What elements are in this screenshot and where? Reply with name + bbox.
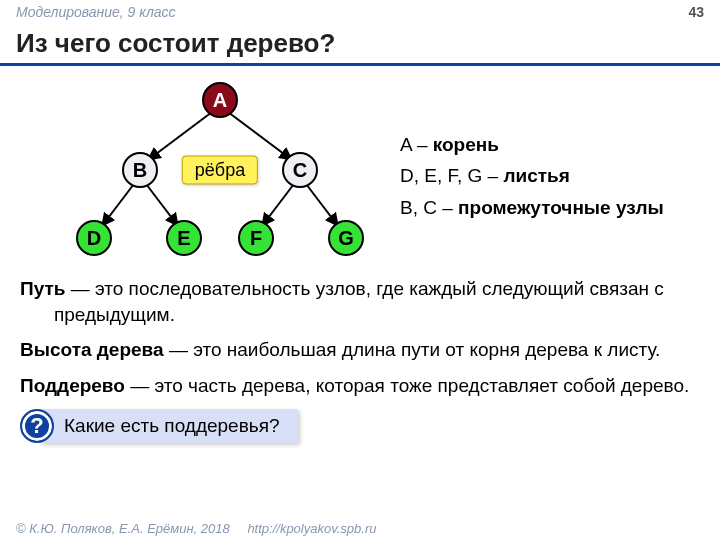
node-e: E: [166, 220, 202, 256]
question-mark-icon: ?: [20, 409, 54, 443]
copyright: © К.Ю. Поляков, Е.А. Ерёмин, 2018: [16, 521, 230, 536]
legend-root: A – корень: [400, 130, 664, 159]
slide-header: Моделирование, 9 класс 43: [0, 0, 720, 22]
legend-leaves: D, E, F, G – листья: [400, 161, 664, 190]
page-number: 43: [688, 4, 704, 20]
question-block: ? Какие есть поддеревья?: [20, 409, 720, 443]
tree-diagram: A B C D E F G рёбра: [60, 78, 420, 268]
edge-label: рёбра: [182, 156, 258, 185]
course-label: Моделирование, 9 класс: [16, 4, 176, 20]
question-text: Какие есть поддеревья?: [40, 409, 298, 443]
slide-footer: © К.Ю. Поляков, Е.А. Ерёмин, 2018 http:/…: [16, 521, 376, 536]
content-area: A B C D E F G рёбра A – корень D, E, F, …: [0, 66, 720, 268]
node-f: F: [238, 220, 274, 256]
node-c: C: [282, 152, 318, 188]
slide-title: Из чего состоит дерево?: [0, 22, 720, 66]
legend-intermediate: B, C – промежуточные узлы: [400, 193, 664, 222]
def-height: Высота дерева — это наибольшая длина пут…: [20, 337, 700, 363]
node-b: B: [122, 152, 158, 188]
def-subtree: Поддерево — это часть дерева, которая то…: [20, 373, 700, 399]
legend: A – корень D, E, F, G – листья B, C – пр…: [400, 130, 664, 224]
def-path: Путь — это последовательность узлов, где…: [20, 276, 700, 327]
footer-url: http://kpolyakov.spb.ru: [247, 521, 376, 536]
node-a: A: [202, 82, 238, 118]
definitions: Путь — это последовательность узлов, где…: [0, 276, 720, 399]
node-g: G: [328, 220, 364, 256]
node-d: D: [76, 220, 112, 256]
